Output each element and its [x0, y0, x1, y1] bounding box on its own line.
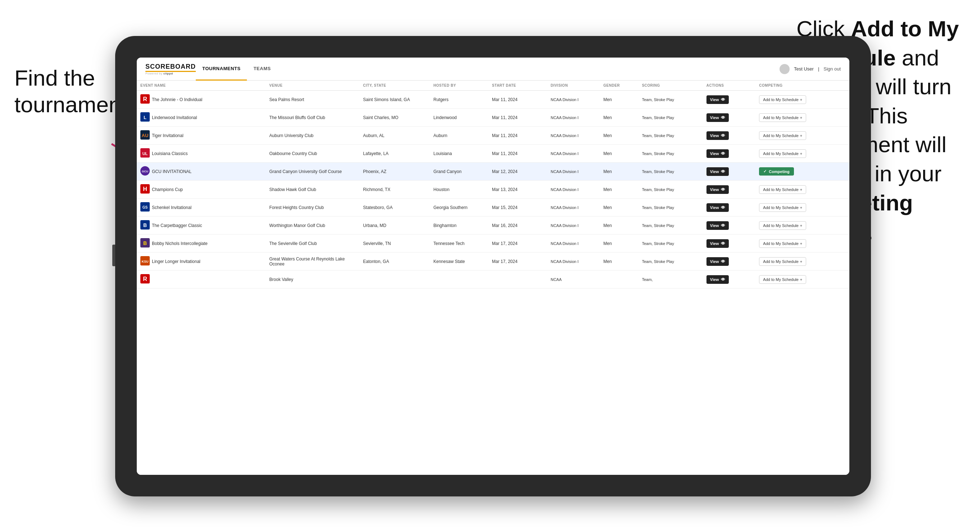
table-row: R Brook Valley NCAA Team, View 👁 Add to …: [137, 270, 850, 289]
tablet-side-button: [112, 244, 115, 266]
actions-cell: View 👁: [703, 127, 756, 144]
start-date-cell: Mar 15, 2024: [488, 198, 547, 217]
event-name-text: Lindenwood Invitational: [152, 115, 197, 120]
add-schedule-label: Add to My Schedule: [763, 277, 798, 282]
view-button[interactable]: View 👁: [706, 257, 729, 266]
venue-cell: Brook Valley: [266, 270, 360, 289]
view-button[interactable]: View 👁: [706, 239, 729, 248]
city-state-cell: Auburn, AL: [360, 127, 430, 144]
add-schedule-label: Add to My Schedule: [763, 116, 798, 120]
competing-cell: Add to My Schedule +: [756, 217, 850, 235]
city-state-cell: Lafayette, LA: [360, 144, 430, 163]
table-row: L Lindenwood Invitational The Missouri B…: [137, 109, 850, 127]
app-header: SCOREBOARD Powered by clippd TOURNAMENTS…: [137, 57, 850, 81]
plus-icon: +: [800, 224, 802, 228]
view-button[interactable]: View 👁: [706, 203, 729, 212]
col-header-event: EVENT NAME: [137, 81, 266, 90]
venue-cell: Shadow Hawk Golf Club: [266, 181, 360, 198]
event-name-text: GCU INVITATIONAL: [152, 169, 191, 174]
view-button[interactable]: View 👁: [706, 131, 729, 140]
team-logo: R: [140, 274, 150, 284]
event-name-text: The Johnnie - O Individual: [152, 97, 202, 102]
gender-cell: Men: [600, 144, 638, 163]
svg-text:GS: GS: [143, 205, 148, 210]
start-date-cell: Mar 12, 2024: [488, 163, 547, 181]
view-button[interactable]: View 👁: [706, 275, 729, 284]
event-name-cell: R The Johnnie - O Individual: [137, 90, 266, 109]
start-date-cell: Mar 11, 2024: [488, 144, 547, 163]
event-name-text: The Carpetbagger Classic: [152, 223, 202, 228]
svg-text:R: R: [143, 96, 147, 102]
add-schedule-button[interactable]: Add to My Schedule +: [759, 257, 806, 266]
eye-icon: 👁: [721, 97, 725, 102]
hosted-by-cell: Lindenwood: [430, 109, 488, 127]
competing-button[interactable]: ✓ Competing: [759, 167, 794, 176]
start-date-cell: Mar 11, 2024: [488, 90, 547, 109]
view-button[interactable]: View 👁: [706, 167, 729, 176]
user-avatar: [780, 64, 790, 74]
event-name-cell: L Lindenwood Invitational: [137, 109, 266, 127]
view-button[interactable]: View 👁: [706, 113, 729, 122]
city-state-cell: [360, 270, 430, 289]
eye-icon: 👁: [721, 115, 725, 120]
header-right: Test User | Sign out: [780, 64, 841, 74]
svg-text:AU: AU: [142, 133, 149, 138]
add-schedule-label: Add to My Schedule: [763, 259, 798, 264]
header-separator: |: [818, 66, 819, 71]
hosted-by-cell: Tennessee Tech: [430, 235, 488, 252]
sign-out-link[interactable]: Sign out: [823, 66, 841, 71]
table-row: AU Tiger Invitational Auburn University …: [137, 127, 850, 144]
add-schedule-label: Add to My Schedule: [763, 97, 798, 102]
add-schedule-button[interactable]: Add to My Schedule +: [759, 185, 806, 194]
col-header-scoring: SCORING: [638, 81, 703, 90]
tab-teams[interactable]: TEAMS: [247, 57, 277, 81]
add-schedule-label: Add to My Schedule: [763, 187, 798, 192]
competing-cell: Add to My Schedule +: [756, 270, 850, 289]
svg-text:UL: UL: [143, 151, 148, 156]
table-header-row: EVENT NAME VENUE CITY, STATE HOSTED BY S…: [137, 81, 850, 90]
competing-cell: Add to My Schedule +: [756, 198, 850, 217]
table-row: B The Carpetbagger Classic Worthington M…: [137, 217, 850, 235]
venue-cell: Auburn University Club: [266, 127, 360, 144]
scoring-cell: Team, Stroke Play: [638, 90, 703, 109]
view-label: View: [710, 224, 719, 228]
hosted-by-cell: Auburn: [430, 127, 488, 144]
add-schedule-button[interactable]: Add to My Schedule +: [759, 275, 806, 284]
tab-tournaments[interactable]: TOURNAMENTS: [196, 57, 247, 81]
actions-cell: View 👁: [703, 90, 756, 109]
add-schedule-button[interactable]: Add to My Schedule +: [759, 221, 806, 230]
plus-icon: +: [800, 97, 802, 102]
add-schedule-button[interactable]: Add to My Schedule +: [759, 239, 806, 248]
division-cell: NCAA Division I: [547, 90, 600, 109]
event-name-cell: UL Louisiana Classics: [137, 144, 266, 163]
city-state-cell: Urbana, MD: [360, 217, 430, 235]
competing-cell: Add to My Schedule +: [756, 235, 850, 252]
eye-icon: 👁: [721, 259, 725, 264]
event-name-cell: GCU GCU INVITATIONAL: [137, 163, 266, 181]
add-schedule-button[interactable]: Add to My Schedule +: [759, 203, 806, 212]
add-schedule-button[interactable]: Add to My Schedule +: [759, 113, 806, 122]
team-logo: GS: [140, 202, 150, 213]
city-state-cell: Saint Simons Island, GA: [360, 90, 430, 109]
hosted-by-cell: Louisiana: [430, 144, 488, 163]
eye-icon: 👁: [721, 205, 725, 210]
view-button[interactable]: View 👁: [706, 95, 729, 104]
division-cell: NCAA Division I: [547, 198, 600, 217]
col-header-gender: GENDER: [600, 81, 638, 90]
start-date-cell: Mar 17, 2024: [488, 235, 547, 252]
venue-cell: Sea Palms Resort: [266, 90, 360, 109]
competing-cell: ✓ Competing: [756, 163, 850, 181]
gender-cell: Men: [600, 90, 638, 109]
view-button[interactable]: View 👁: [706, 149, 729, 158]
view-label: View: [710, 187, 719, 192]
view-button[interactable]: View 👁: [706, 221, 729, 230]
hosted-by-cell: Houston: [430, 181, 488, 198]
add-schedule-button[interactable]: Add to My Schedule +: [759, 95, 806, 104]
view-button[interactable]: View 👁: [706, 185, 729, 194]
hosted-by-cell: [430, 270, 488, 289]
competing-cell: Add to My Schedule +: [756, 144, 850, 163]
scoring-cell: Team, Stroke Play: [638, 127, 703, 144]
add-schedule-button[interactable]: Add to My Schedule +: [759, 131, 806, 140]
venue-cell: Great Waters Course At Reynolds Lake Oco…: [266, 252, 360, 270]
add-schedule-button[interactable]: Add to My Schedule +: [759, 149, 806, 158]
